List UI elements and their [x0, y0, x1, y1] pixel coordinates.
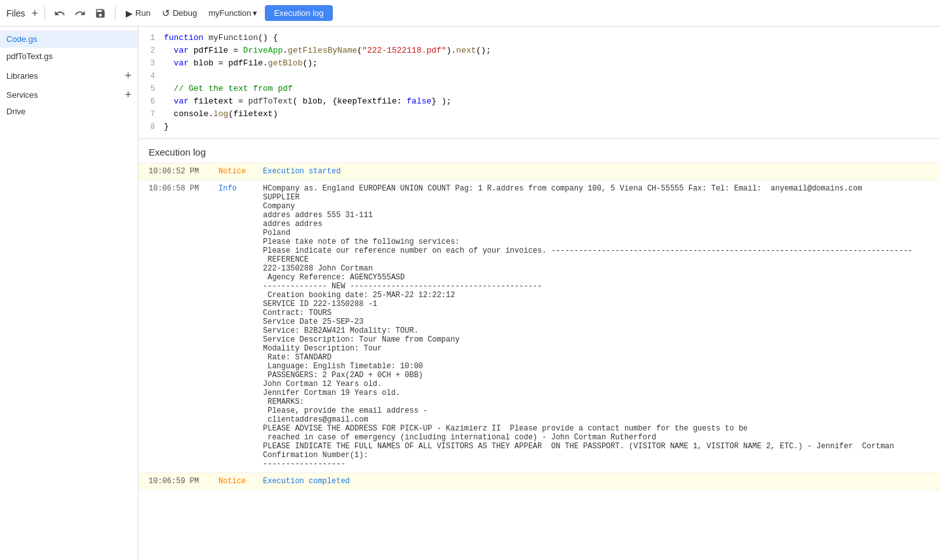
- debug-icon: ↺: [162, 8, 170, 19]
- log-time: 10:06:58 PM: [149, 184, 218, 193]
- sidebar-item-code-gs[interactable]: Code.gs: [0, 30, 138, 48]
- log-message: Execution completed: [263, 477, 930, 486]
- log-level: Notice: [218, 477, 263, 486]
- line-content: }: [164, 121, 940, 133]
- sidebar-item-pdftotextgs[interactable]: pdfToText.gs: [0, 48, 138, 65]
- code-line: 8}: [138, 121, 940, 133]
- save-icon: [95, 8, 106, 19]
- undo-button[interactable]: [51, 6, 68, 20]
- log-level: Info: [218, 184, 263, 193]
- code-line: 6 var filetext = pdfToText( blob, {keepT…: [138, 95, 940, 108]
- log-message: HCompany as. England EUROPEAN UNION COUN…: [263, 184, 930, 469]
- log-row: 10:06:58 PMInfoHCompany as. England EURO…: [138, 180, 940, 473]
- log-row: 10:06:52 PMNoticeExecution started: [138, 163, 940, 180]
- debug-button[interactable]: ↺ Debug: [158, 6, 201, 20]
- function-selector[interactable]: myFunction ▾: [205, 7, 261, 19]
- log-message: Execution started: [263, 167, 930, 176]
- code-editor[interactable]: 1function myFunction() {2 var pdfFile = …: [138, 27, 940, 139]
- code-line: 3 var blob = pdfFile.getBlob();: [138, 57, 940, 70]
- chevron-down-icon: ▾: [253, 8, 257, 18]
- code-line: 4: [138, 70, 940, 83]
- line-number: 6: [138, 95, 164, 108]
- line-number: 7: [138, 108, 164, 121]
- undo-icon: [54, 8, 65, 19]
- sidebar-libraries-label: Libraries: [6, 71, 38, 81]
- sidebar-drive-label: Drive: [6, 107, 25, 116]
- add-library-button[interactable]: +: [124, 70, 131, 81]
- log-rows-container: 10:06:52 PMNoticeExecution started10:06:…: [138, 163, 940, 490]
- code-line: 1function myFunction() {: [138, 32, 940, 44]
- toolbar: Files + ▶ Run ↺ Debug myFunction ▾ Execu…: [0, 0, 940, 27]
- sidebar-file-label: Code.gs: [6, 34, 37, 44]
- execution-log-button[interactable]: Execution log: [265, 5, 332, 21]
- toolbar-separator-2: [115, 6, 116, 20]
- play-icon: ▶: [126, 8, 133, 18]
- line-number: 3: [138, 57, 164, 70]
- sidebar-services-label: Services: [6, 90, 38, 100]
- line-content: function myFunction() {: [164, 32, 940, 44]
- sidebar-drive-item[interactable]: Drive: [0, 103, 138, 120]
- code-line: 7 console.log(filetext): [138, 108, 940, 121]
- redo-button[interactable]: [72, 6, 88, 20]
- code-line: 2 var pdfFile = DriveApp.getFilesByName(…: [138, 44, 940, 57]
- save-button[interactable]: [92, 6, 109, 20]
- log-level: Notice: [218, 167, 263, 176]
- sidebar-services-section: Services +: [0, 84, 138, 103]
- log-time: 10:06:59 PM: [149, 477, 218, 486]
- run-label: Run: [135, 8, 151, 18]
- content-area: 1function myFunction() {2 var pdfFile = …: [138, 27, 940, 560]
- log-row: 10:06:59 PMNoticeExecution completed: [138, 473, 940, 490]
- sidebar-libraries-section: Libraries +: [0, 65, 138, 84]
- line-content: var pdfFile = DriveApp.getFilesByName("2…: [164, 44, 940, 57]
- sidebar-file-label: pdfToText.gs: [6, 51, 53, 61]
- redo-icon: [74, 8, 86, 19]
- line-number: 5: [138, 83, 164, 95]
- line-number: 8: [138, 121, 164, 133]
- run-button[interactable]: ▶ Run: [122, 7, 154, 20]
- execution-log-section: Execution log 10:06:52 PMNoticeExecution…: [138, 139, 940, 560]
- line-number: 1: [138, 32, 164, 44]
- log-time: 10:06:52 PM: [149, 167, 218, 176]
- line-content: var filetext = pdfToText( blob, {keepTex…: [164, 95, 940, 108]
- line-number: 2: [138, 44, 164, 57]
- code-line: 5 // Get the text from pdf: [138, 83, 940, 95]
- line-content: console.log(filetext): [164, 108, 940, 121]
- main-layout: Code.gs pdfToText.gs Libraries + Service…: [0, 27, 940, 560]
- toolbar-separator-1: [44, 6, 45, 20]
- function-label: myFunction: [208, 8, 251, 18]
- line-number: 4: [138, 70, 164, 83]
- line-content: // Get the text from pdf: [164, 83, 940, 95]
- debug-label: Debug: [173, 8, 197, 18]
- add-file-button[interactable]: +: [32, 8, 39, 19]
- add-service-button[interactable]: +: [124, 89, 131, 100]
- execution-log-title: Execution log: [138, 139, 940, 163]
- line-content: var blob = pdfFile.getBlob();: [164, 57, 940, 70]
- sidebar: Code.gs pdfToText.gs Libraries + Service…: [0, 27, 138, 560]
- files-label: Files: [6, 8, 25, 18]
